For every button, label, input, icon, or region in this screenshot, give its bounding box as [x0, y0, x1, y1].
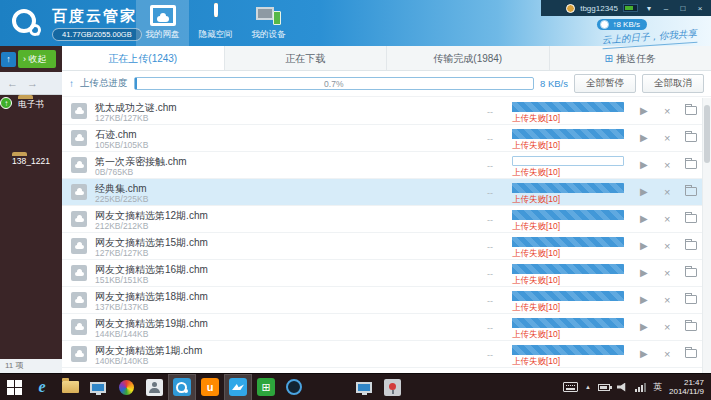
overall-progress-bar: 0.7% — [134, 77, 535, 90]
taskbar-icon-media-pinwheel[interactable] — [112, 374, 140, 400]
taskbar-icon-round-dial-app[interactable] — [280, 374, 308, 400]
tab-my-netdisk[interactable]: 我的网盘 — [136, 0, 189, 46]
monitor-icon — [356, 382, 372, 393]
volume-icon[interactable] — [617, 383, 628, 392]
tab-push-tasks[interactable]: ⊞推送任务 — [550, 46, 711, 70]
bird-icon — [229, 378, 247, 396]
open-folder-button[interactable] — [685, 295, 697, 304]
remove-button[interactable]: × — [664, 268, 670, 278]
skin-button[interactable] — [623, 4, 638, 12]
remove-button[interactable]: × — [664, 241, 670, 251]
battery-icon[interactable] — [598, 384, 610, 391]
open-folder-button[interactable] — [685, 322, 697, 331]
network-signal-icon[interactable] — [635, 383, 646, 392]
file-row[interactable]: 第一次亲密接触.chm 0B/765KB -- 上传失败[10] ▶ × — [62, 152, 702, 179]
resume-button[interactable]: ▶ — [640, 322, 648, 332]
desktop-folder-ebooks[interactable]: ↑ 电子书 — [0, 99, 62, 111]
uc-icon: u — [201, 378, 219, 396]
folder-label: 电子书 — [18, 99, 44, 109]
resume-button[interactable]: ▶ — [640, 160, 648, 170]
open-folder-button[interactable] — [685, 241, 697, 250]
back-icon[interactable]: ← — [7, 77, 18, 89]
file-row[interactable]: 网友文摘精选第18期.chm 137KB/137KB -- 上传失败[10] ▶… — [62, 287, 702, 314]
file-speed: -- — [487, 161, 493, 171]
file-row[interactable]: 网友文摘精选第16期.chm 151KB/151KB -- 上传失败[10] ▶… — [62, 260, 702, 287]
resume-button[interactable]: ▶ — [640, 295, 648, 305]
file-size: 212KB/212KB — [95, 221, 148, 231]
explorer-toolbar: ← → — [0, 72, 62, 95]
menu-dropdown-icon[interactable]: ▾ — [643, 4, 655, 13]
resume-button[interactable]: ▶ — [640, 133, 648, 143]
resume-button[interactable]: ▶ — [640, 187, 648, 197]
taskbar-icon-green-grid-app[interactable]: ⊞ — [252, 374, 280, 400]
taskbar-icon-bird-app[interactable] — [224, 374, 252, 400]
folder-icon — [685, 295, 697, 304]
tab-completed[interactable]: 传输完成(1984) — [387, 46, 550, 70]
tab-my-devices[interactable]: 我的设备 — [242, 0, 295, 46]
resume-button[interactable]: ▶ — [640, 214, 648, 224]
tab-label: 隐藏空间 — [199, 29, 233, 39]
remove-button[interactable]: × — [664, 322, 670, 332]
taskbar-icon-contacts[interactable] — [140, 374, 168, 400]
close-icon[interactable]: × — [694, 4, 706, 13]
cancel-all-button[interactable]: 全部取消 — [642, 74, 704, 93]
open-folder-button[interactable] — [685, 106, 697, 115]
open-folder-button[interactable] — [685, 214, 697, 223]
scrollbar[interactable] — [702, 98, 711, 373]
remove-button[interactable]: × — [664, 295, 670, 305]
folder-icon — [685, 349, 697, 358]
tab-uploading[interactable]: 正在上传(1243) — [62, 46, 225, 70]
taskbar-icon-file-explorer[interactable] — [56, 374, 84, 400]
open-folder-button[interactable] — [685, 160, 697, 169]
remove-button[interactable]: × — [664, 349, 670, 359]
file-row[interactable]: 网友文摘精选第19期.chm 144KB/144KB -- 上传失败[10] ▶… — [62, 314, 702, 341]
titlebar: tbgg12345 ▾ – □ × — [541, 0, 711, 16]
collapse-button[interactable]: › 收起 — [18, 50, 56, 68]
pause-all-button[interactable]: 全部暂停 — [574, 74, 636, 93]
file-size: 225KB/225KB — [95, 194, 148, 204]
maximize-icon[interactable]: □ — [677, 4, 689, 13]
file-type-icon — [71, 238, 87, 254]
hidden-icons-chevron[interactable]: ▲ — [585, 384, 591, 390]
remove-button[interactable]: × — [664, 187, 670, 197]
taskbar-icon-remote-desktop[interactable] — [350, 374, 378, 400]
taskbar-icon-uc-browser[interactable]: u — [196, 374, 224, 400]
file-status: 上传失败[10] — [512, 248, 560, 260]
open-folder-button[interactable] — [685, 268, 697, 277]
resume-button[interactable]: ▶ — [640, 106, 648, 116]
touch-keyboard-icon[interactable] — [563, 382, 578, 392]
file-speed: -- — [487, 296, 493, 306]
remove-button[interactable]: × — [664, 160, 670, 170]
open-folder-button[interactable] — [685, 187, 697, 196]
file-row[interactable]: 网友文摘精选第15期.chm 127KB/127KB -- 上传失败[10] ▶… — [62, 233, 702, 260]
file-progress-bar — [512, 102, 624, 112]
input-language-indicator[interactable]: 英 — [653, 381, 662, 394]
remove-button[interactable]: × — [664, 106, 670, 116]
minimize-icon[interactable]: – — [660, 4, 672, 13]
taskbar-icon-baidu-cloud[interactable] — [168, 374, 196, 400]
open-folder-button[interactable] — [685, 349, 697, 358]
resume-button[interactable]: ▶ — [640, 241, 648, 251]
resume-button[interactable]: ▶ — [640, 349, 648, 359]
desktop-folder-138-1221[interactable]: 138_1221 — [0, 156, 62, 166]
taskbar-icon-display[interactable] — [84, 374, 112, 400]
taskbar-icon-internet-explorer[interactable]: e — [28, 374, 56, 400]
open-folder-button[interactable] — [685, 133, 697, 142]
tray-clock[interactable]: 21:47 2014/11/9 — [669, 378, 704, 397]
remove-button[interactable]: × — [664, 133, 670, 143]
scrollbar-thumb[interactable] — [704, 105, 710, 163]
file-row[interactable]: 经典集.chm 225KB/225KB -- 上传失败[10] ▶ × — [62, 179, 702, 206]
pinwheel-icon — [119, 380, 134, 395]
file-row[interactable]: 犹太成功之谜.chm 127KB/127KB -- 上传失败[10] ▶ × — [62, 98, 702, 125]
file-row[interactable]: 石迹.chm 105KB/105KB -- 上传失败[10] ▶ × — [62, 125, 702, 152]
resume-button[interactable]: ▶ — [640, 268, 648, 278]
username[interactable]: tbgg12345 — [580, 4, 618, 13]
taskbar-icon-media-tool[interactable] — [378, 374, 406, 400]
forward-icon[interactable]: → — [27, 77, 38, 89]
tab-downloading[interactable]: 正在下载 — [225, 46, 388, 70]
remove-button[interactable]: × — [664, 214, 670, 224]
file-row[interactable]: 网友文摘精选第1期.chm 140KB/140KB -- 上传失败[10] ▶ … — [62, 341, 702, 368]
start-button[interactable] — [0, 374, 28, 400]
file-row[interactable]: 网友文摘精选第12期.chm 212KB/212KB -- 上传失败[10] ▶… — [62, 206, 702, 233]
tab-hidden-space[interactable]: 隐藏空间 — [189, 0, 242, 46]
